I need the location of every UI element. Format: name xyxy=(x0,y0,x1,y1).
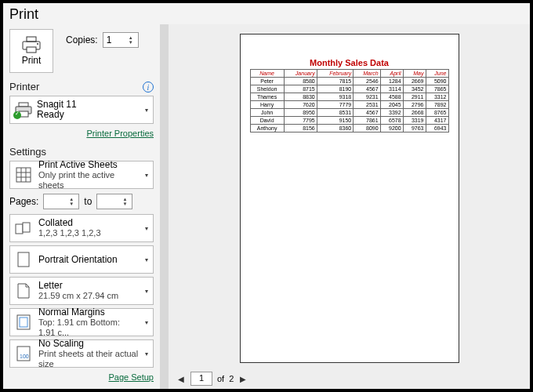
table-header: June xyxy=(426,70,448,78)
preview-page: Monthly Sales Data NameJanuaryFebruaryMa… xyxy=(240,34,459,363)
paper-icon xyxy=(15,282,32,299)
setting-text: Normal Margins Top: 1.91 cm Bottom: 1.91… xyxy=(38,307,139,338)
setting-title: Collated xyxy=(38,218,139,228)
svg-rect-0 xyxy=(27,37,36,42)
pages-label: Pages: xyxy=(9,196,38,207)
printer-section-head: Printer i xyxy=(9,81,154,93)
setting-text: Print Active Sheets Only print the activ… xyxy=(38,160,139,191)
svg-rect-12 xyxy=(16,224,23,234)
setting-orientation[interactable]: Portrait Orientation ▾ xyxy=(9,245,154,274)
svg-rect-2 xyxy=(27,47,36,53)
setting-sub: Only print the active sheets xyxy=(38,170,139,191)
table-row: Thames883093189231458829113312 xyxy=(250,93,448,101)
preview-panel: Monthly Sales Data NameJanuaryFebruaryMa… xyxy=(169,24,530,389)
setting-title: No Scaling xyxy=(38,339,139,349)
copies-value: 1 xyxy=(107,34,112,45)
setting-sub: 1,2,3 1,2,3 1,2,3 xyxy=(38,228,139,238)
nav-current-page[interactable]: 1 xyxy=(190,372,212,386)
chevron-down-icon: ▾ xyxy=(145,256,148,263)
nav-next-icon[interactable]: ▶ xyxy=(238,375,248,383)
print-window: Print Print Copies: 1 ▲ ▼ xyxy=(0,0,533,392)
page-setup-link[interactable]: Page Setup xyxy=(9,372,154,382)
pages-to-label: to xyxy=(84,196,92,207)
table-row: Peter858078152546128426695090 xyxy=(250,78,448,85)
pages-to-stepper[interactable]: ▲ ▼ xyxy=(96,194,132,209)
svg-rect-14 xyxy=(18,252,29,267)
grid-icon xyxy=(15,166,32,183)
printer-icon xyxy=(21,36,42,53)
table-row: Harry762077792531204527967892 xyxy=(250,101,448,109)
svg-rect-13 xyxy=(23,223,30,232)
setting-title: Letter xyxy=(38,281,139,291)
status-check-icon xyxy=(13,111,21,119)
chevron-down-icon: ▾ xyxy=(145,350,148,358)
nav-of-label: of xyxy=(217,374,224,383)
copies-stepper[interactable]: 1 ▲ ▼ xyxy=(103,32,139,48)
left-panel: Print Copies: 1 ▲ ▼ Printer i xyxy=(3,24,160,389)
scaling-icon: 100 xyxy=(15,345,32,362)
svg-rect-7 xyxy=(16,168,31,182)
nav-prev-icon[interactable]: ◀ xyxy=(176,375,186,383)
print-button[interactable]: Print xyxy=(9,29,53,73)
settings-section-head: Settings xyxy=(9,146,154,158)
printer-text: Snagit 11 Ready xyxy=(37,100,140,120)
table-row: David779591507861657833194317 xyxy=(250,117,448,125)
printer-status: Ready xyxy=(37,110,140,120)
stepper-down-icon[interactable]: ▼ xyxy=(122,201,130,206)
stepper-down-icon[interactable]: ▼ xyxy=(69,201,77,206)
table-header: Name xyxy=(250,70,284,78)
settings-section-title: Settings xyxy=(9,146,46,158)
collated-icon xyxy=(15,220,32,237)
svg-rect-4 xyxy=(19,103,28,107)
setting-text: Collated 1,2,3 1,2,3 1,2,3 xyxy=(38,218,139,238)
setting-title: Portrait Orientation xyxy=(38,255,139,265)
setting-title: Print Active Sheets xyxy=(38,160,139,170)
setting-paper-size[interactable]: Letter 21.59 cm x 27.94 cm ▾ xyxy=(9,277,154,305)
setting-print-area[interactable]: Print Active Sheets Only print the activ… xyxy=(9,161,154,189)
preview-area: Monthly Sales Data NameJanuaryFebruaryMa… xyxy=(169,24,530,368)
page-nav: ◀ 1 of 2 ▶ xyxy=(169,368,530,389)
printer-device-icon xyxy=(15,102,32,118)
setting-title: Normal Margins xyxy=(38,307,139,318)
print-row: Print Copies: 1 ▲ ▼ xyxy=(9,29,154,73)
table-header: April xyxy=(380,70,403,78)
table-row: John895085314567339226688765 xyxy=(250,109,448,117)
table-header: February xyxy=(317,70,353,78)
printer-section-title: Printer xyxy=(9,81,39,93)
printer-select[interactable]: Snagit 11 Ready ▾ xyxy=(9,96,154,124)
chevron-down-icon: ▾ xyxy=(145,172,148,179)
margins-icon xyxy=(15,314,32,331)
window-title: Print xyxy=(3,3,530,24)
setting-margins[interactable]: Normal Margins Top: 1.91 cm Bottom: 1.91… xyxy=(9,308,154,336)
chevron-down-icon: ▾ xyxy=(145,225,148,232)
pages-from-stepper[interactable]: ▲ ▼ xyxy=(43,194,79,209)
svg-text:100: 100 xyxy=(20,354,29,359)
copies-row: Copies: 1 ▲ ▼ xyxy=(66,32,139,48)
setting-text: Letter 21.59 cm x 27.94 cm xyxy=(38,281,139,301)
stepper-arrows: ▲ ▼ xyxy=(122,194,130,209)
setting-scaling[interactable]: 100 No Scaling Print sheets at their act… xyxy=(9,339,154,368)
chevron-down-icon: ▾ xyxy=(145,107,148,114)
chevron-down-icon: ▾ xyxy=(145,319,148,326)
copies-label: Copies: xyxy=(66,34,98,45)
stepper-arrows: ▲ ▼ xyxy=(69,194,77,209)
setting-sub: 21.59 cm x 27.94 cm xyxy=(38,291,139,301)
printer-properties-link[interactable]: Printer Properties xyxy=(9,129,154,138)
stepper-down-icon[interactable]: ▼ xyxy=(129,40,136,45)
table-header: January xyxy=(284,70,317,78)
table-header: March xyxy=(354,70,380,78)
svg-point-3 xyxy=(37,43,38,45)
main-area: Print Copies: 1 ▲ ▼ Printer i xyxy=(3,24,530,389)
print-button-label: Print xyxy=(22,55,42,66)
chevron-down-icon: ▾ xyxy=(145,288,148,295)
setting-sub: Print sheets at their actual size xyxy=(38,349,139,369)
preview-title: Monthly Sales Data xyxy=(250,58,449,67)
setting-collated[interactable]: Collated 1,2,3 1,2,3 1,2,3 ▾ xyxy=(9,214,154,242)
preview-table: NameJanuaryFebruaryMarchAprilMayJunePete… xyxy=(250,69,449,132)
setting-text: Portrait Orientation xyxy=(38,255,139,265)
setting-text: No Scaling Print sheets at their actual … xyxy=(38,339,139,369)
stepper-arrows: ▲ ▼ xyxy=(129,33,136,47)
orientation-icon xyxy=(15,251,32,268)
table-header: May xyxy=(403,70,426,78)
info-icon[interactable]: i xyxy=(143,82,154,93)
